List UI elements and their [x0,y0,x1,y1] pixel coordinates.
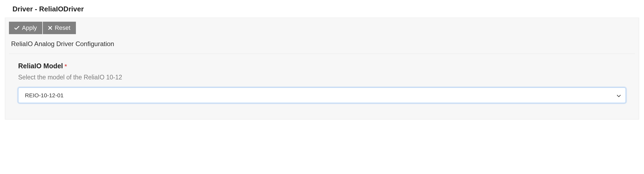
model-select-wrapper: REIO-10-12-01 [18,88,626,103]
apply-button[interactable]: Apply [9,22,42,34]
model-select[interactable]: REIO-10-12-01 [18,88,626,103]
required-asterisk: * [65,63,67,70]
config-header: ReliaIO Analog Driver Configuration [9,40,635,54]
check-icon [14,26,19,30]
field-help: Select the model of the ReliaIO 10-12 [18,74,626,81]
reset-button-label: Reset [55,25,70,31]
field-label: ReliaIO Model [18,62,63,70]
toolbar: Apply Reset [9,22,635,34]
reset-button[interactable]: Reset [43,22,76,34]
config-panel: Apply Reset ReliaIO Analog Driver Config… [5,18,639,120]
apply-button-label: Apply [22,25,37,31]
config-page: Driver - ReliaIODriver Apply Reset [0,0,644,120]
form-section: ReliaIO Model * Select the model of the … [9,54,635,103]
page-title: Driver - ReliaIODriver [12,5,639,13]
close-icon [48,26,52,30]
field-label-row: ReliaIO Model * [18,62,626,70]
